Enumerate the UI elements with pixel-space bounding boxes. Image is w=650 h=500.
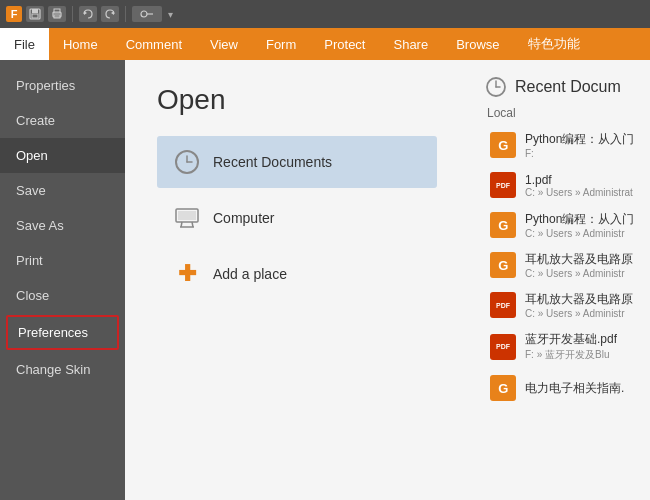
recent-item-name-3: 耳机放大器及电路原	[525, 251, 633, 268]
menu-form[interactable]: Form	[252, 28, 310, 60]
option-recent-docs[interactable]: Recent Documents	[157, 136, 437, 188]
recent-item-path-2: C: » Users » Administr	[525, 228, 634, 239]
recent-item-5[interactable]: PDF 蓝牙开发基础.pdf F: » 蓝牙开发及Blu	[485, 326, 650, 367]
svg-rect-1	[32, 9, 38, 13]
recent-item-name-4: 耳机放大器及电路原	[525, 291, 633, 308]
dropdown-arrow[interactable]: ▾	[168, 9, 173, 20]
menu-view[interactable]: View	[196, 28, 252, 60]
sidebar-item-properties[interactable]: Properties	[0, 68, 125, 103]
sidebar: Properties Create Open Save Save As Prin…	[0, 60, 125, 500]
menu-home[interactable]: Home	[49, 28, 112, 60]
menu-special[interactable]: 特色功能	[514, 28, 594, 60]
menu-file[interactable]: File	[0, 28, 49, 60]
svg-marker-7	[111, 11, 114, 15]
sidebar-item-preferences[interactable]: Preferences	[6, 315, 119, 350]
recent-item-3[interactable]: G 耳机放大器及电路原 C: » Users » Administr	[485, 246, 650, 284]
recent-item-2[interactable]: G Python编程：从入门 C: » Users » Administr	[485, 206, 650, 244]
recent-header: Recent Docum	[485, 76, 650, 98]
recent-docs-icon	[173, 148, 201, 176]
svg-point-8	[141, 11, 147, 17]
menu-browse[interactable]: Browse	[442, 28, 513, 60]
menu-share[interactable]: Share	[379, 28, 442, 60]
open-options-list: Recent Documents Computer	[157, 136, 437, 300]
sidebar-item-save[interactable]: Save	[0, 173, 125, 208]
redo-btn[interactable]	[101, 6, 119, 22]
recent-docs-label: Recent Documents	[213, 154, 332, 170]
recent-item-name-1: 1.pdf	[525, 173, 633, 187]
sidebar-item-print[interactable]: Print	[0, 243, 125, 278]
recent-file-icon-2: G	[489, 211, 517, 239]
recent-file-icon-0: G	[489, 131, 517, 159]
recent-file-icon-3: G	[489, 251, 517, 279]
main-layout: Properties Create Open Save Save As Prin…	[0, 60, 650, 500]
recent-item-path-1: C: » Users » Administrat	[525, 187, 633, 198]
recent-items-list: G Python编程：从入门 F: PDF 1.pdf C: » Users »…	[485, 126, 650, 407]
recent-panel: Recent Docum Local G Python编程：从入门 F: PDF	[469, 60, 650, 500]
recent-item-name-2: Python编程：从入门	[525, 211, 634, 228]
add-place-icon: ✚	[173, 260, 201, 288]
recent-item-0[interactable]: G Python编程：从入门 F:	[485, 126, 650, 164]
option-computer[interactable]: Computer	[157, 192, 437, 244]
app-icon: F	[6, 6, 22, 22]
recent-item-6[interactable]: G 电力电子相关指南.	[485, 369, 650, 407]
recent-item-4[interactable]: PDF 耳机放大器及电路原 C: » Users » Administr	[485, 286, 650, 324]
recent-file-icon-5: PDF	[489, 333, 517, 361]
recent-item-path-3: C: » Users » Administr	[525, 268, 633, 279]
toolbar-sep-2	[125, 6, 126, 22]
recent-file-icon-6: G	[489, 374, 517, 402]
recent-section-local: Local	[485, 106, 650, 120]
recent-item-name-0: Python编程：从入门	[525, 131, 634, 148]
computer-label: Computer	[213, 210, 274, 226]
svg-rect-2	[32, 14, 38, 18]
page-title: Open	[157, 84, 437, 116]
menu-protect[interactable]: Protect	[310, 28, 379, 60]
save-toolbar-btn[interactable]	[26, 6, 44, 22]
add-place-label: Add a place	[213, 266, 287, 282]
toolbar-sep-1	[72, 6, 73, 22]
recent-item-name-6: 电力电子相关指南.	[525, 380, 624, 397]
open-content: Open Recent Documents	[125, 60, 469, 500]
recent-item-name-5: 蓝牙开发基础.pdf	[525, 331, 617, 348]
svg-rect-17	[178, 211, 196, 220]
tools-btn[interactable]	[132, 6, 162, 22]
recent-item-path-5: F: » 蓝牙开发及Blu	[525, 348, 617, 362]
option-add-place[interactable]: ✚ Add a place	[157, 248, 437, 300]
sidebar-item-save-as[interactable]: Save As	[0, 208, 125, 243]
recent-clock-icon	[485, 76, 507, 98]
recent-item-path-4: C: » Users » Administr	[525, 308, 633, 319]
computer-icon	[173, 204, 201, 232]
sidebar-item-create[interactable]: Create	[0, 103, 125, 138]
menu-comment[interactable]: Comment	[112, 28, 196, 60]
recent-item-1[interactable]: PDF 1.pdf C: » Users » Administrat	[485, 166, 650, 204]
recent-file-icon-1: PDF	[489, 171, 517, 199]
svg-marker-6	[84, 11, 87, 15]
recent-item-path-0: F:	[525, 148, 634, 159]
sidebar-item-close[interactable]: Close	[0, 278, 125, 313]
recent-file-icon-4: PDF	[489, 291, 517, 319]
sidebar-item-open[interactable]: Open	[0, 138, 125, 173]
recent-panel-title: Recent Docum	[515, 78, 621, 96]
menubar: File Home Comment View Form Protect Shar…	[0, 28, 650, 60]
print-toolbar-btn[interactable]	[48, 6, 66, 22]
sidebar-item-change-skin[interactable]: Change Skin	[0, 352, 125, 387]
titlebar: F ▾	[0, 0, 650, 28]
undo-btn[interactable]	[79, 6, 97, 22]
